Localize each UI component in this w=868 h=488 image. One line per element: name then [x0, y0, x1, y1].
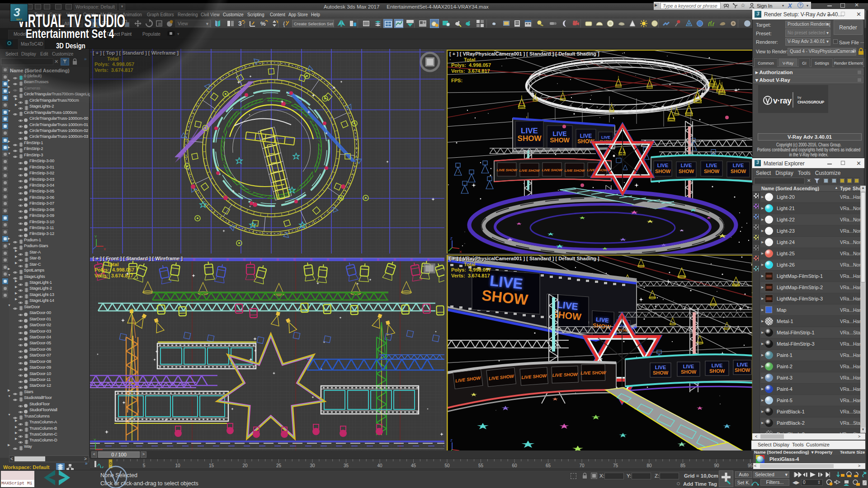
svg-text:55: 55	[478, 463, 484, 468]
svg-text:SHOW: SHOW	[731, 169, 746, 174]
svg-text:65: 65	[546, 463, 551, 468]
svg-text:SHOW: SHOW	[655, 169, 671, 174]
svg-text:35: 35	[344, 463, 349, 468]
svg-text:LIVE: LIVE	[657, 163, 668, 168]
svg-text:LIVE: LIVE	[681, 163, 692, 168]
svg-text:95: 95	[748, 463, 753, 468]
svg-text:Y: Y	[94, 438, 96, 442]
svg-text:LIVE: LIVE	[683, 364, 694, 369]
svg-text:85: 85	[680, 463, 686, 468]
svg-text:LIVE: LIVE	[712, 363, 722, 368]
svg-text:50: 50	[444, 463, 450, 468]
svg-text:LIVE: LIVE	[733, 163, 744, 168]
svg-text:SHOW: SHOW	[679, 169, 694, 174]
svg-text:%: %	[260, 20, 266, 27]
svg-text:10: 10	[175, 463, 180, 468]
svg-text:LIVE: LIVE	[655, 365, 666, 370]
svg-text:SHOW: SHOW	[735, 367, 750, 373]
svg-text:Z: Z	[450, 438, 453, 442]
svg-text:LIVE: LIVE	[737, 362, 748, 367]
svg-text:LIVE SHOW: LIVE SHOW	[552, 372, 578, 378]
svg-text:SHOW: SHOW	[709, 368, 725, 374]
svg-text:LIVE SHOW: LIVE SHOW	[580, 370, 607, 375]
svg-text:15: 15	[209, 463, 214, 468]
svg-text:SHOW: SHOW	[653, 370, 669, 375]
svg-text:SHOW: SHOW	[704, 169, 720, 174]
svg-text:LIVE SHOW: LIVE SHOW	[565, 169, 585, 173]
svg-text:75: 75	[613, 463, 618, 468]
svg-text:LIVE SHOW: LIVE SHOW	[542, 168, 563, 172]
svg-text:20: 20	[242, 463, 248, 468]
svg-text:LIVE SHOW: LIVE SHOW	[497, 168, 518, 172]
svg-text:LIVE SHOW: LIVE SHOW	[519, 169, 540, 173]
svg-text:5: 5	[143, 463, 146, 468]
svg-text:70: 70	[579, 463, 585, 468]
svg-text:by: by	[797, 95, 801, 99]
svg-text:SHOW: SHOW	[681, 369, 697, 375]
svg-text:30: 30	[310, 463, 315, 468]
svg-text:45: 45	[411, 463, 416, 468]
svg-text:SHOW: SHOW	[550, 136, 570, 144]
svg-text:90: 90	[714, 463, 719, 468]
svg-text:3: 3	[238, 20, 242, 27]
svg-text:SHOW: SHOW	[518, 134, 542, 143]
svg-text:LIVE: LIVE	[706, 163, 717, 168]
svg-text:60: 60	[512, 463, 517, 468]
svg-text:CHAOSGROUP: CHAOSGROUP	[797, 100, 824, 104]
svg-text:40: 40	[377, 463, 382, 468]
svg-text:25: 25	[276, 463, 282, 468]
svg-text:X: X	[104, 247, 106, 251]
svg-text:Z: Z	[450, 236, 453, 240]
svg-text:{: {	[283, 20, 285, 27]
svg-text:80: 80	[646, 463, 652, 468]
svg-text:v·ray: v·ray	[773, 96, 792, 105]
svg-text:Y: Y	[94, 235, 97, 239]
